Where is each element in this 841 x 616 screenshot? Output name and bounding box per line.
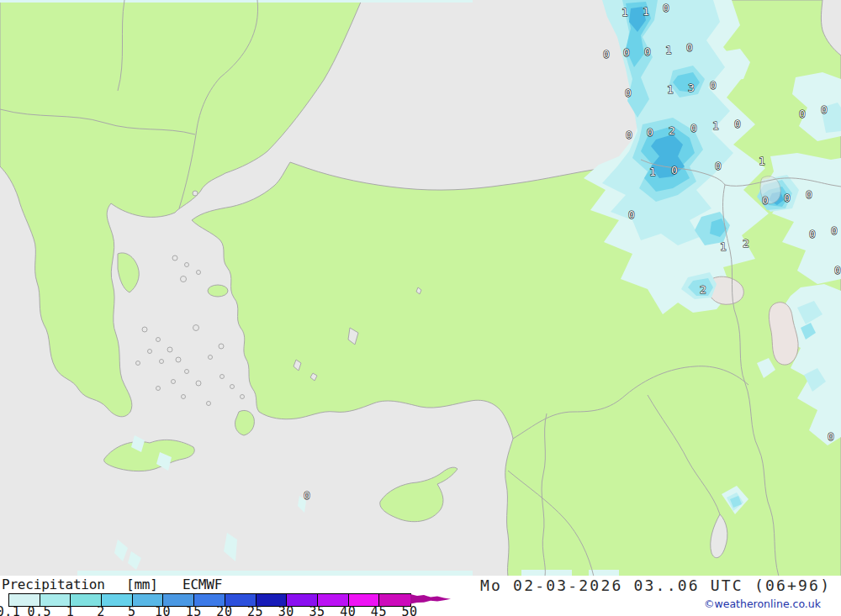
precip-value: 0	[831, 224, 838, 237]
precip-value: 1	[667, 83, 674, 96]
copyright-link: ©weatheronline.co.uk	[704, 598, 821, 610]
scale-label: 50	[389, 604, 430, 616]
island-lesbos	[208, 285, 228, 297]
precip-value: 0	[304, 489, 310, 502]
precip-value: 3	[688, 82, 695, 94]
model-label: ECMWF	[182, 577, 222, 592]
precip-value: 1	[621, 6, 628, 18]
precip-value: 0	[710, 79, 717, 92]
precip-value: 0	[834, 264, 841, 276]
precip-value: 0	[809, 228, 816, 240]
precip-value: 0	[647, 126, 653, 139]
precip-value: 1	[665, 44, 672, 56]
scale-arrow-icon	[410, 593, 454, 605]
precip-value: 0	[644, 45, 651, 58]
precip-value: 0	[784, 192, 791, 204]
precip-value: 0	[671, 164, 678, 176]
precip-value: 0	[690, 122, 697, 134]
precip-value: 1	[759, 155, 765, 167]
legend: Precipitation [mm] ECMWF Mo 02-03-2026 0…	[0, 576, 841, 616]
precip-value: 2	[669, 124, 675, 137]
weather-map: 110000100130000020101001000000120200	[0, 0, 841, 577]
precip-value: 1	[720, 240, 727, 253]
weather-map-page: 110000100130000020101001000000120200 Pre…	[0, 0, 841, 616]
precip-value: 0	[762, 194, 769, 207]
precip-value: 0	[715, 160, 722, 172]
precip-value: 1	[649, 166, 656, 178]
precip-value: 1	[712, 119, 719, 132]
precip-value: 0	[603, 48, 610, 61]
precip-value: 2	[743, 237, 749, 250]
precip-value: 0	[623, 46, 630, 59]
precip-value: 0	[734, 118, 741, 130]
scale-labels: 0.10.5125101520253035404550	[0, 604, 471, 616]
precip-value: 0	[821, 103, 828, 116]
map-title: Precipitation	[2, 577, 105, 592]
precip-value: 0	[686, 41, 693, 54]
precip-value: 0	[663, 2, 669, 14]
datetime-label: Mo 02-03-2026 03..06 UTC (06+96)	[480, 577, 831, 594]
precip-value: 0	[626, 129, 632, 141]
precip-value: 0	[625, 87, 632, 99]
precip-value: 2	[700, 283, 706, 296]
unit-label: [mm]	[126, 577, 158, 592]
precip-value: 1	[643, 5, 649, 18]
precip-value: 0	[806, 188, 812, 201]
precip-value: 0	[628, 208, 635, 221]
precip-value: 0	[828, 430, 834, 443]
precip-value: 0	[799, 108, 806, 120]
